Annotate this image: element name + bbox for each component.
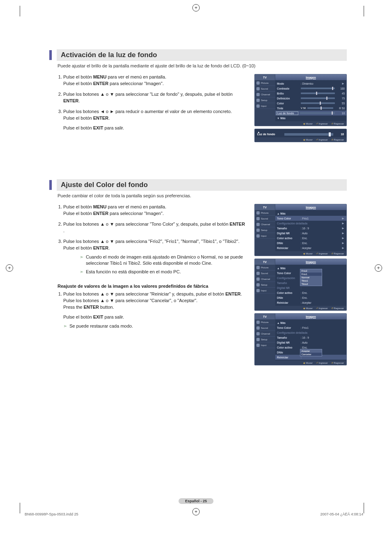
step-3b: Pulse los botones ▲ o ▼ para selecciona … bbox=[63, 238, 247, 275]
backlight-slider bbox=[284, 133, 333, 136]
osd-category: Imagen bbox=[275, 74, 346, 80]
intro-text-2: Puede cambiar el color de toda la pantal… bbox=[58, 193, 347, 198]
step-1: Pulse el botón MENU para ver el menú en … bbox=[63, 74, 247, 87]
foot-enter: Ingresar bbox=[316, 122, 328, 125]
input-icon bbox=[256, 104, 260, 108]
registration-mark-icon: + bbox=[375, 264, 382, 272]
osd-backlight-bar: ▲ Luz de fondo 10 Mover Ingresar Regresa… bbox=[254, 129, 347, 142]
step-2: Pulse los botones ▲ o ▼ para seleccionar… bbox=[63, 91, 247, 104]
registration-mark-icon bbox=[192, 4, 200, 12]
section-colortone: Ajuste del Color del fondo Puede cambiar… bbox=[49, 179, 347, 365]
sidebar-item-sound: Sound bbox=[255, 86, 275, 92]
osd-panel-2b: TVImagen Picture Sound Channel Setup Inp… bbox=[254, 259, 347, 311]
note-2: ➣Esta función no está disponible en el m… bbox=[80, 269, 247, 275]
page-footer: Español - 25 bbox=[178, 498, 213, 503]
print-filename: BN68-00998P-Spa-0503.indd 25 bbox=[25, 512, 78, 516]
sidebar-item-picture: Picture bbox=[255, 80, 275, 86]
osd-row-backlight: Luz de fondo10 bbox=[275, 111, 346, 116]
tono-color-dropdown: Frío2 Frío1 Normal Tibio1 Tibio2 bbox=[300, 269, 322, 286]
sound-icon bbox=[256, 87, 260, 90]
note-arrow-icon: ➣ bbox=[80, 269, 83, 275]
step-2b: Pulse los botones ▲ o ▼ para seleccionar… bbox=[63, 221, 247, 234]
print-metadata: BN68-00998P-Spa-0503.indd 25 2007-05-04 … bbox=[25, 512, 363, 516]
osd-tv-label: TV bbox=[255, 74, 275, 80]
foot-move: Mover bbox=[303, 122, 313, 125]
registration-mark-icon: + bbox=[6, 264, 13, 272]
foot-return: Regresar bbox=[331, 122, 344, 125]
reset-dropdown: Aceptar Cancelar bbox=[300, 349, 322, 356]
sidebar-item-input: Input bbox=[255, 103, 275, 109]
factory-reset-title: Reajuste de valores de la imagen a los v… bbox=[58, 284, 247, 289]
osd-imagen-main: TV Imagen Picture Sound Channel Setup In… bbox=[254, 74, 347, 126]
heading-colortone: Ajuste del Color del fondo bbox=[57, 179, 347, 191]
note-3: ➣Se puede restaurar cada modo. bbox=[63, 323, 247, 329]
note-arrow-icon: ➣ bbox=[80, 254, 83, 267]
steps-list: Pulse el botón MENU para ver el menú en … bbox=[49, 74, 247, 132]
picture-icon bbox=[256, 81, 260, 85]
heading-accent bbox=[49, 180, 52, 190]
steps-list-2: Pulse el botón MENU para ver el menú en … bbox=[49, 204, 247, 275]
page-number-pill: Español - 25 bbox=[178, 498, 213, 504]
print-timestamp: 2007-05-04 ¿ÀÈÄ 4:08:14 bbox=[320, 512, 363, 516]
heading-accent bbox=[49, 50, 52, 60]
step-3: Pulse los botones ◄ o ► para reducir o a… bbox=[63, 109, 247, 132]
note-1: ➣Cuando el modo de imagen está ajustado … bbox=[80, 254, 247, 267]
section-backlight: Activación de la luz de fondo Puede ajus… bbox=[49, 49, 347, 142]
heading-backlight: Activación de la luz de fondo bbox=[57, 49, 347, 61]
sidebar-item-setup: Setup bbox=[255, 97, 275, 103]
intro-text: Puede ajustar el brillo de la pantalla m… bbox=[58, 63, 347, 68]
factory-step-1: Pulse los botones ▲ o ▼ para seleccionar… bbox=[63, 291, 247, 329]
channel-icon bbox=[256, 93, 260, 96]
step-1b: Pulse el botón MENU para ver el menú en … bbox=[63, 204, 247, 217]
osd-panel-2a: TVImagen Picture Sound Channel Setup Inp… bbox=[254, 204, 347, 256]
setup-icon bbox=[256, 99, 260, 102]
osd-sidebar: Picture Sound Channel Setup Input bbox=[255, 80, 275, 121]
sidebar-item-channel: Channel bbox=[255, 92, 275, 97]
osd-panel-2c: TVImagen Picture Sound Channel Setup Inp… bbox=[254, 313, 347, 365]
note-arrow-icon: ➣ bbox=[63, 323, 67, 329]
